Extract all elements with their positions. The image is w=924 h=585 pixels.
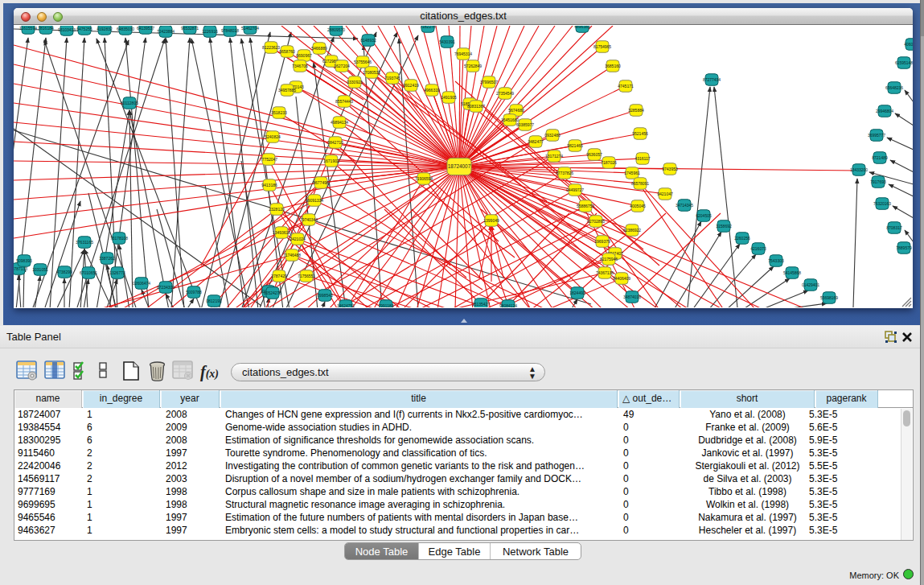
svg-text:6998543: 6998543 xyxy=(317,293,333,298)
svg-text:87277434: 87277434 xyxy=(703,77,721,82)
svg-text:5430391: 5430391 xyxy=(439,39,455,44)
svg-text:34957885: 34957885 xyxy=(278,88,296,93)
svg-text:1627204: 1627204 xyxy=(334,64,350,68)
svg-text:11615594: 11615594 xyxy=(19,26,37,31)
svg-text:6658760: 6658760 xyxy=(279,49,295,54)
svg-text:7917693: 7917693 xyxy=(870,179,886,184)
svg-text:0812191: 0812191 xyxy=(206,299,222,303)
svg-text:1226916: 1226916 xyxy=(202,29,218,34)
svg-text:3158692: 3158692 xyxy=(716,224,732,229)
svg-text:7346706: 7346706 xyxy=(292,64,308,68)
svg-text:3518233: 3518233 xyxy=(271,110,287,115)
svg-text:4192832: 4192832 xyxy=(97,27,113,31)
svg-text:55698169: 55698169 xyxy=(820,295,838,300)
svg-text:8708317: 8708317 xyxy=(886,225,902,230)
svg-text:93103413: 93103413 xyxy=(58,27,76,32)
svg-text:01429401: 01429401 xyxy=(802,282,819,287)
svg-text:76320163: 76320163 xyxy=(873,201,891,206)
svg-text:1969379: 1969379 xyxy=(594,239,610,244)
svg-text:1399049: 1399049 xyxy=(483,218,499,223)
svg-text:4896383: 4896383 xyxy=(574,26,590,29)
svg-text:0932480: 0932480 xyxy=(544,133,561,138)
svg-text:3285884: 3285884 xyxy=(628,108,644,113)
svg-text:96532871: 96532871 xyxy=(181,26,199,31)
svg-text:6475255: 6475255 xyxy=(76,27,92,31)
svg-text:7193745: 7193745 xyxy=(384,76,400,80)
svg-text:9743953: 9743953 xyxy=(662,167,678,171)
svg-text:53755646: 53755646 xyxy=(354,60,372,64)
svg-text:1671902: 1671902 xyxy=(323,159,339,163)
svg-text:64139537: 64139537 xyxy=(137,26,154,31)
svg-text:60385977: 60385977 xyxy=(516,122,534,127)
svg-text:9421047: 9421047 xyxy=(657,192,673,196)
svg-text:7889579: 7889579 xyxy=(896,245,912,250)
svg-text:3482477: 3482477 xyxy=(528,139,544,144)
svg-text:64835030: 64835030 xyxy=(117,27,134,31)
svg-text:28809570: 28809570 xyxy=(327,27,345,32)
svg-text:67737826: 67737826 xyxy=(556,171,573,175)
svg-text:4216073: 4216073 xyxy=(750,246,766,251)
svg-text:25135427: 25135427 xyxy=(472,302,490,307)
svg-text:1824493: 1824493 xyxy=(569,290,585,295)
svg-text:7543303: 7543303 xyxy=(768,258,784,263)
svg-text:55886753: 55886753 xyxy=(577,204,594,208)
svg-text:8677496: 8677496 xyxy=(313,180,329,185)
svg-text:13433200: 13433200 xyxy=(850,167,868,172)
svg-text:4060883: 4060883 xyxy=(904,42,913,47)
svg-text:9521456: 9521456 xyxy=(632,131,648,136)
svg-text:87234309: 87234309 xyxy=(157,285,175,290)
svg-text:71746488: 71746488 xyxy=(283,253,301,257)
svg-text:13493618: 13493618 xyxy=(273,230,290,235)
svg-text:36995777: 36995777 xyxy=(868,133,885,138)
svg-text:2421024: 2421024 xyxy=(290,237,306,241)
svg-text:2787429: 2787429 xyxy=(271,274,287,278)
svg-text:4316117: 4316117 xyxy=(634,156,650,161)
svg-text:6690967: 6690967 xyxy=(296,53,312,58)
svg-text:1326773: 1326773 xyxy=(109,270,125,275)
svg-text:17080531: 17080531 xyxy=(363,70,380,75)
svg-text:9821465: 9821465 xyxy=(567,143,583,148)
svg-text:62386922: 62386922 xyxy=(623,228,641,233)
svg-text:37631165: 37631165 xyxy=(76,240,93,245)
svg-text:73178108: 73178108 xyxy=(110,236,128,241)
svg-text:6204505: 6204505 xyxy=(696,213,712,218)
svg-text:97848018: 97848018 xyxy=(221,28,239,33)
svg-text:80112805: 80112805 xyxy=(121,101,138,105)
svg-text:57262849: 57262849 xyxy=(464,64,482,68)
svg-text:62702895: 62702895 xyxy=(587,219,605,224)
svg-text:4966319: 4966319 xyxy=(424,88,440,93)
svg-text:71756551: 71756551 xyxy=(298,274,315,278)
svg-text:18724007: 18724007 xyxy=(448,163,471,169)
svg-text:72423884: 72423884 xyxy=(157,29,175,34)
svg-text:67010651: 67010651 xyxy=(80,270,97,275)
svg-text:27354549: 27354549 xyxy=(496,91,514,96)
svg-text:7816184: 7816184 xyxy=(38,26,54,31)
svg-text:7187026: 7187026 xyxy=(601,160,617,165)
svg-text:80831367: 80831367 xyxy=(467,104,485,109)
svg-text:74367136: 74367136 xyxy=(596,270,614,275)
svg-text:0330923: 0330923 xyxy=(347,80,363,84)
svg-text:37996507: 37996507 xyxy=(480,80,498,84)
svg-text:86578091: 86578091 xyxy=(631,181,649,186)
svg-text:79740344: 79740344 xyxy=(300,217,318,222)
svg-text:94406409: 94406409 xyxy=(613,276,630,281)
svg-text:7182278: 7182278 xyxy=(420,26,436,29)
svg-text:5240824: 5240824 xyxy=(265,134,281,139)
svg-text:3685160: 3685160 xyxy=(605,64,621,68)
svg-text:34624751: 34624751 xyxy=(337,303,355,307)
svg-text:99091334: 99091334 xyxy=(306,198,323,203)
svg-text:04499727: 04499727 xyxy=(566,187,584,192)
svg-text:29946804: 29946804 xyxy=(876,109,893,113)
svg-text:8721489: 8721489 xyxy=(872,155,888,160)
svg-text:81754965: 81754965 xyxy=(593,44,611,49)
svg-text:4738299: 4738299 xyxy=(56,270,72,274)
svg-text:82175946: 82175946 xyxy=(600,257,618,262)
svg-text:4745171: 4745171 xyxy=(618,84,634,89)
svg-text:2260256: 2260256 xyxy=(734,236,750,241)
svg-text:0842710: 0842710 xyxy=(327,140,343,145)
svg-text:9912419: 9912419 xyxy=(403,83,419,88)
svg-text:00524278: 00524278 xyxy=(264,290,281,295)
svg-text:2328120: 2328120 xyxy=(269,207,285,212)
svg-text:85574443: 85574443 xyxy=(335,99,353,104)
svg-text:54145868: 54145868 xyxy=(783,270,801,275)
